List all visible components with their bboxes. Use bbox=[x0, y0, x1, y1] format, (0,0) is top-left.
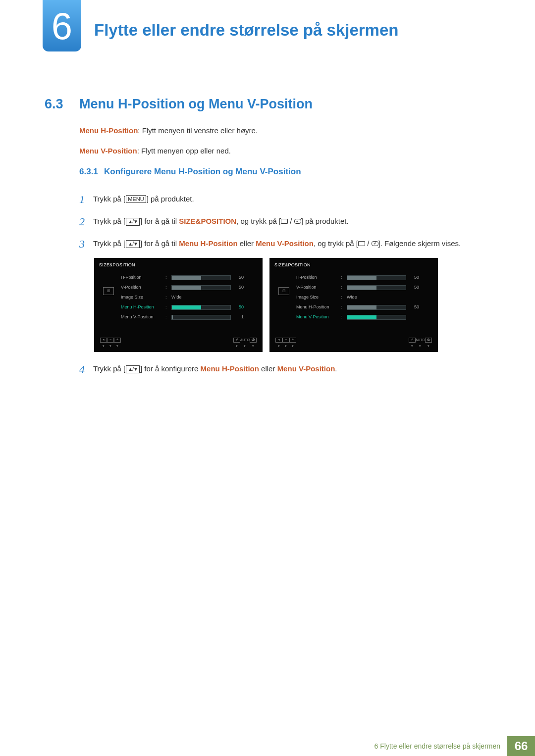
s4-pre: Trykk på [ bbox=[93, 364, 125, 373]
osd-hpos-val: 50 bbox=[234, 274, 244, 281]
osd-minus-icon: − bbox=[282, 338, 289, 343]
s3-mid: ] for å gå til bbox=[140, 239, 179, 248]
menu-button-icon: MENU bbox=[126, 195, 146, 203]
footer-text: 6 Flytte eller endre størrelse på skjerm… bbox=[368, 736, 507, 756]
osd-back-icon: ◂ bbox=[100, 338, 107, 343]
subsection-num: 6.3.1 bbox=[79, 167, 98, 176]
chapter-title: Flytte eller endre størrelse på skjermen bbox=[94, 21, 398, 40]
subsection-title: Konfigurere Menu H-Position og Menu V-Po… bbox=[104, 167, 301, 176]
step-1: 1 Trykk på [MENU] på produktet. bbox=[79, 191, 490, 207]
s3-mid2: , og trykk på [ bbox=[314, 239, 358, 248]
osd-plus-icon: + bbox=[114, 338, 121, 343]
osd-isize-label: Image Size bbox=[121, 294, 165, 301]
desc2-label: Menu V-Position bbox=[79, 147, 137, 155]
osd-isize-val: Wide bbox=[347, 294, 376, 301]
osd-vpos-val: 50 bbox=[234, 284, 244, 291]
osd-footer: ◂▾ −▾ +▾ ↲▾ AUTO▾ ⏻▾ bbox=[94, 338, 263, 349]
osd-power-icon: ⏻ bbox=[250, 338, 257, 343]
desc1-text: : Flytt menyen til venstre eller høyre. bbox=[138, 126, 258, 135]
enter-icon bbox=[294, 219, 301, 224]
step-4-num: 4 bbox=[79, 361, 93, 377]
section-number: 6.3 bbox=[45, 97, 63, 112]
step-2-num: 2 bbox=[79, 213, 93, 230]
s2-mid2: , og trykk på [ bbox=[236, 217, 281, 225]
s2-target: SIZE&POSITION bbox=[179, 217, 236, 225]
section-title: Menu H-Position og Menu V-Position bbox=[79, 97, 313, 112]
up-down-icon: ▲/▼ bbox=[126, 240, 140, 248]
s4-t2: Menu V-Position bbox=[277, 364, 335, 373]
s3-pre: Trykk på [ bbox=[93, 239, 125, 248]
step-2-text: Trykk på [▲/▼] for å gå til SIZE&POSITIO… bbox=[93, 213, 490, 227]
osd-plus-icon: + bbox=[289, 338, 296, 343]
osd-isize-label: Image Size bbox=[296, 294, 341, 301]
osd-enter-icon: ↲ bbox=[233, 338, 240, 343]
osd-screenshots: SIZE&POSITION ⊞ H-Position:50 V-Position… bbox=[94, 258, 490, 352]
osd-mvpos-label: Menu V-Position bbox=[296, 314, 341, 321]
osd-auto-label: AUTO bbox=[416, 338, 425, 343]
s2-pre: Trykk på [ bbox=[93, 217, 125, 225]
step-3-num: 3 bbox=[79, 236, 93, 252]
footer-page-number: 66 bbox=[507, 736, 535, 756]
osd-mhpos-val: 50 bbox=[234, 304, 244, 311]
osd-category-icon: ⊞ bbox=[103, 287, 114, 295]
osd-vpos-val: 50 bbox=[409, 284, 419, 291]
desc1-label: Menu H-Position bbox=[79, 126, 138, 135]
step-1-num: 1 bbox=[79, 191, 93, 207]
step-4: 4 Trykk på [▲/▼] for å konfigurere Menu … bbox=[79, 361, 490, 377]
step-2: 2 Trykk på [▲/▼] for å gå til SIZE&POSIT… bbox=[79, 213, 490, 230]
desc-vposition: Menu V-Position: Flytt menyen opp eller … bbox=[79, 146, 490, 157]
osd-mvpos-val: 1 bbox=[234, 314, 244, 321]
s3-or: eller bbox=[238, 239, 256, 248]
osd-right: SIZE&POSITION ⊞ H-Position:50 V-Position… bbox=[269, 258, 438, 352]
up-down-icon: ▲/▼ bbox=[126, 365, 140, 373]
osd-isize-val: Wide bbox=[171, 294, 201, 301]
desc2-text: : Flytt menyen opp eller ned. bbox=[137, 147, 231, 155]
s4-t1: Menu H-Position bbox=[201, 364, 259, 373]
s1-pre: Trykk på [ bbox=[93, 195, 125, 203]
desc-hposition: Menu H-Position: Flytt menyen til venstr… bbox=[79, 125, 490, 137]
osd-category-icon: ⊞ bbox=[278, 287, 289, 295]
osd-vpos-label: V-Position bbox=[296, 284, 341, 291]
osd-left: SIZE&POSITION ⊞ H-Position:50 V-Position… bbox=[94, 258, 263, 352]
s4-post: . bbox=[335, 364, 337, 373]
osd-mhpos-label: Menu H-Position bbox=[296, 304, 341, 311]
up-down-icon: ▲/▼ bbox=[126, 218, 140, 226]
screen-icon bbox=[281, 219, 288, 224]
step-3-text: Trykk på [▲/▼] for å gå til Menu H-Posit… bbox=[93, 236, 490, 250]
osd-footer: ◂▾ −▾ +▾ ↲▾ AUTO▾ ⏻▾ bbox=[269, 338, 438, 349]
osd-enter-icon: ↲ bbox=[409, 338, 416, 343]
osd-hpos-label: H-Position bbox=[121, 274, 165, 281]
chapter-number: 6 bbox=[52, 4, 72, 48]
osd-back-icon: ◂ bbox=[275, 338, 282, 343]
s4-or: eller bbox=[259, 364, 277, 373]
osd-minus-icon: − bbox=[107, 338, 114, 343]
s3-t1: Menu H-Position bbox=[179, 239, 237, 248]
step-1-text: Trykk på [MENU] på produktet. bbox=[93, 191, 490, 205]
subsection-heading: 6.3.1 Konfigurere Menu H-Position og Men… bbox=[79, 165, 490, 178]
step-3: 3 Trykk på [▲/▼] for å gå til Menu H-Pos… bbox=[79, 236, 490, 252]
s2-mid: ] for å gå til bbox=[140, 217, 179, 225]
page-footer: 6 Flytte eller endre størrelse på skjerm… bbox=[368, 736, 535, 756]
s1-post: ] på produktet. bbox=[147, 195, 194, 203]
osd-mhpos-val: 50 bbox=[409, 304, 419, 311]
body-content: Menu H-Position: Flytt menyen til venstr… bbox=[79, 125, 490, 383]
osd-hpos-label: H-Position bbox=[296, 274, 341, 281]
osd-power-icon: ⏻ bbox=[425, 338, 432, 343]
osd-title-left: SIZE&POSITION bbox=[99, 262, 258, 269]
s4-mid: ] for å konfigurere bbox=[140, 364, 201, 373]
chapter-tab: 6 bbox=[43, 0, 81, 51]
s2-post: ] på produktet. bbox=[301, 217, 349, 225]
enter-icon bbox=[372, 241, 378, 246]
osd-mhpos-label: Menu H-Position bbox=[121, 304, 165, 311]
s3-t2: Menu V-Position bbox=[256, 239, 314, 248]
osd-title-right: SIZE&POSITION bbox=[274, 262, 433, 269]
osd-auto-label: AUTO bbox=[240, 338, 250, 343]
osd-hpos-val: 50 bbox=[409, 274, 419, 281]
step-4-text: Trykk på [▲/▼] for å konfigurere Menu H-… bbox=[93, 361, 490, 375]
osd-vpos-label: V-Position bbox=[121, 284, 165, 291]
steps-list: 1 Trykk på [MENU] på produktet. 2 Trykk … bbox=[79, 191, 490, 377]
osd-mvpos-label: Menu V-Position bbox=[121, 314, 165, 321]
s3-post: ]. Følgende skjerm vises. bbox=[378, 239, 461, 248]
screen-icon bbox=[358, 241, 365, 246]
